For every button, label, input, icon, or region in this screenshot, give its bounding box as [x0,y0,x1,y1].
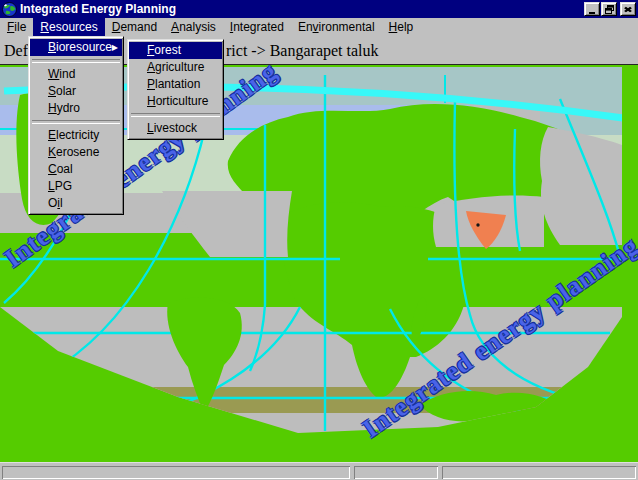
minimize-icon [589,12,595,14]
menubar-item-help[interactable]: Help [382,18,421,36]
status-panel-1 [2,466,350,479]
restore-button[interactable] [601,2,617,16]
menu-item-lpg[interactable]: LPG [30,178,122,195]
menu-item-agriculture[interactable]: Agriculture [129,59,222,76]
application-window: Integrated Energy Planning FileResource [0,0,638,480]
restore-icon [605,5,614,14]
close-icon [624,6,632,13]
menubar-item-environmental[interactable]: Environmental [291,18,382,36]
menu-item-forest[interactable]: Forest [129,42,222,59]
menubar-item-file[interactable]: File [0,18,33,36]
menu-item-electricity[interactable]: Electricity [30,127,122,144]
menu-separator [32,59,120,63]
bioresource-submenu: ForestAgriculturePlantationHorticultureL… [127,39,224,140]
menubar-item-analysis[interactable]: Analysis [164,18,223,36]
india-marker-dot [476,223,479,226]
status-panel-2 [354,466,438,479]
globe-icon [2,2,17,17]
menubar-item-demand[interactable]: Demand [105,18,164,36]
menu-item-bioresource[interactable]: Bioresource▶ [30,39,122,56]
menu-item-kerosene[interactable]: Kerosene [30,144,122,161]
menu-separator [32,120,120,124]
resources-menu: Bioresource▶WindSolarHydroElectricityKer… [28,36,124,215]
menu-item-horticulture[interactable]: Horticulture [129,93,222,110]
menu-separator [131,113,220,117]
menu-item-hydro[interactable]: Hydro [30,100,122,117]
window-controls [584,2,636,16]
menu-item-coal[interactable]: Coal [30,161,122,178]
menu-item-oil[interactable]: Oil [30,195,122,212]
close-button[interactable] [620,2,636,16]
header-text-fragment-left: Def [4,42,28,60]
header-text-fragment-right: rict -> Bangarapet taluk [226,42,379,60]
status-panel-3 [442,466,636,479]
menu-item-plantation[interactable]: Plantation [129,76,222,93]
menu-item-livestock[interactable]: Livestock [129,120,222,137]
window-title: Integrated Energy Planning [20,2,584,16]
submenu-arrow-icon: ▶ [112,39,118,56]
menu-item-wind[interactable]: Wind [30,66,122,83]
status-bar [0,462,638,480]
minimize-button[interactable] [584,2,600,16]
menubar-item-integrated[interactable]: Integrated [223,18,291,36]
menu-item-solar[interactable]: Solar [30,83,122,100]
menu-bar: FileResourcesDemandAnalysisIntegratedEnv… [0,18,638,36]
title-bar: Integrated Energy Planning [0,0,638,18]
menubar-item-resources[interactable]: Resources [33,18,104,36]
